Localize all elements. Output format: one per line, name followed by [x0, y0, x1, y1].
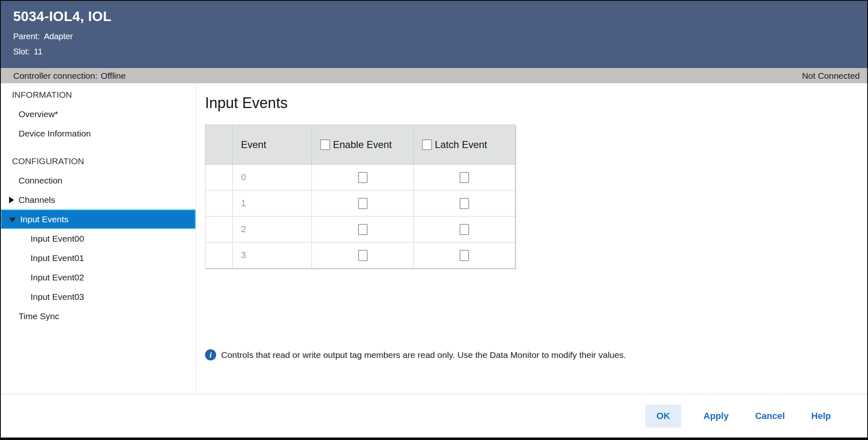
device-header: 5034-IOL4, IOL Parent:Adapter Slot:11	[1, 1, 867, 68]
latch-event-cell	[414, 216, 515, 242]
parent-value: Adapter	[44, 32, 73, 41]
enable-event-checkbox[interactable]	[358, 250, 368, 261]
dialog-body: INFORMATION Overview* Device Information…	[1, 83, 867, 393]
sidebar-item-input-event03[interactable]: Input Event03	[1, 287, 196, 306]
input-events-table: Event Enable Event Latch Event	[205, 125, 515, 268]
controller-connection-status: Controller connection:Offline	[13, 71, 126, 81]
slot-label: Slot:	[13, 47, 30, 56]
page-title: Input Events	[205, 94, 867, 112]
row-selector[interactable]	[205, 216, 233, 242]
row-selector[interactable]	[205, 165, 233, 191]
table-row: 0	[205, 165, 515, 191]
enable-event-all-checkbox[interactable]	[320, 139, 330, 150]
sidebar-section-information: INFORMATION	[1, 85, 196, 104]
chevron-right-icon	[9, 197, 14, 203]
table-header-row: Event Enable Event Latch Event	[205, 125, 515, 165]
latch-event-checkbox[interactable]	[460, 224, 469, 235]
sidebar-item-input-events[interactable]: Input Events	[1, 209, 196, 229]
info-note-text: Controls that read or write output tag m…	[221, 350, 626, 360]
table-row: 2	[205, 216, 515, 242]
row-selector[interactable]	[205, 191, 233, 216]
latch-event-checkbox[interactable]	[460, 250, 469, 261]
cancel-button[interactable]: Cancel	[751, 405, 789, 427]
enable-event-cell	[312, 165, 414, 191]
enable-event-column-header: Enable Event	[312, 125, 414, 165]
sidebar-item-time-sync[interactable]: Time Sync	[1, 306, 196, 326]
sidebar-item-input-event00[interactable]: Input Event00	[1, 229, 196, 248]
info-icon: i	[205, 349, 216, 360]
enable-event-cell	[312, 242, 414, 268]
connection-value: Offline	[101, 71, 125, 80]
sidebar-section-configuration: CONFIGURATION	[1, 151, 196, 171]
sidebar-item-input-event01[interactable]: Input Event01	[1, 248, 196, 268]
latch-event-checkbox[interactable]	[460, 198, 469, 209]
chevron-down-icon	[9, 218, 16, 222]
ok-button[interactable]: OK	[645, 405, 681, 428]
latch-event-cell	[414, 165, 515, 191]
controller-status-bar: Controller connection:Offline Not Connec…	[1, 68, 867, 83]
help-button[interactable]: Help	[807, 405, 835, 427]
slot-value: 11	[34, 47, 42, 56]
sidebar-item-label: Channels	[19, 195, 55, 205]
enable-event-cell	[312, 191, 414, 216]
event-column-header: Event	[233, 125, 312, 165]
enable-event-checkbox[interactable]	[358, 172, 368, 183]
row-selector[interactable]	[205, 242, 233, 268]
connection-state-text: Not Connected	[802, 71, 860, 81]
enable-event-checkbox[interactable]	[358, 224, 368, 235]
latch-event-cell	[414, 191, 515, 216]
sidebar-item-input-event02[interactable]: Input Event02	[1, 268, 196, 287]
latch-event-checkbox[interactable]	[460, 172, 469, 183]
dialog-footer: OK Apply Cancel Help	[1, 393, 867, 438]
category-sidebar: INFORMATION Overview* Device Information…	[1, 83, 196, 393]
table-row: 3	[205, 242, 515, 268]
row-selector-header	[205, 125, 233, 165]
event-number-cell: 0	[233, 165, 312, 191]
info-note: i Controls that read or write output tag…	[205, 349, 867, 360]
sidebar-item-channels[interactable]: Channels	[1, 190, 196, 209]
event-number-cell: 1	[233, 191, 312, 216]
event-number-cell: 2	[233, 216, 312, 242]
sidebar-item-overview[interactable]: Overview*	[1, 104, 196, 124]
device-profile-window: 5034-IOL4, IOL Parent:Adapter Slot:11 Co…	[0, 0, 868, 440]
latch-event-column-header: Latch Event	[414, 125, 515, 165]
enable-event-header-label: Enable Event	[333, 139, 392, 151]
connection-label: Controller connection:	[13, 71, 97, 80]
latch-event-all-checkbox[interactable]	[422, 139, 432, 150]
sidebar-item-connection[interactable]: Connection	[1, 171, 196, 190]
latch-event-cell	[414, 242, 515, 268]
enable-event-cell	[312, 216, 414, 242]
apply-button[interactable]: Apply	[699, 405, 733, 427]
sidebar-item-label: Input Events	[20, 214, 68, 224]
event-number-cell: 3	[233, 242, 312, 268]
parent-label: Parent:	[13, 32, 40, 41]
parent-line: Parent:Adapter	[13, 29, 855, 44]
slot-line: Slot:11	[13, 44, 855, 59]
latch-event-header-label: Latch Event	[435, 139, 487, 151]
device-title: 5034-IOL4, IOL	[13, 7, 855, 26]
enable-event-checkbox[interactable]	[358, 198, 368, 209]
table-row: 1	[205, 191, 515, 216]
main-panel: Input Events Event Enable Event	[196, 83, 867, 393]
sidebar-item-device-information[interactable]: Device Information	[1, 124, 196, 143]
